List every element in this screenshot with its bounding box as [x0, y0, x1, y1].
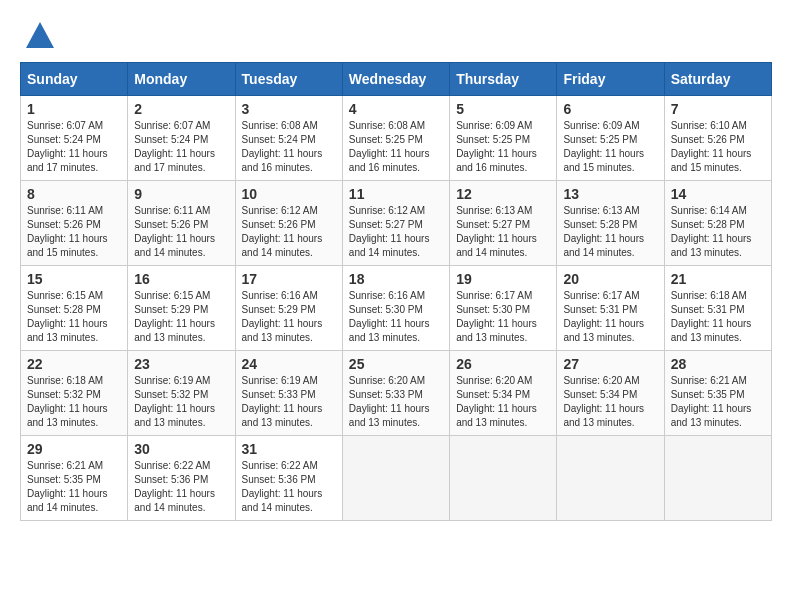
day-info: Sunrise: 6:21 AM Sunset: 5:35 PM Dayligh… [671, 374, 765, 430]
day-number: 8 [27, 186, 121, 202]
calendar-week-row: 22 Sunrise: 6:18 AM Sunset: 5:32 PM Dayl… [21, 351, 772, 436]
day-number: 17 [242, 271, 336, 287]
day-number: 21 [671, 271, 765, 287]
day-info: Sunrise: 6:16 AM Sunset: 5:30 PM Dayligh… [349, 289, 443, 345]
day-info: Sunrise: 6:08 AM Sunset: 5:24 PM Dayligh… [242, 119, 336, 175]
day-info: Sunrise: 6:09 AM Sunset: 5:25 PM Dayligh… [456, 119, 550, 175]
calendar-day-cell: 31 Sunrise: 6:22 AM Sunset: 5:36 PM Dayl… [235, 436, 342, 521]
day-number: 2 [134, 101, 228, 117]
day-number: 11 [349, 186, 443, 202]
day-number: 30 [134, 441, 228, 457]
calendar-day-cell: 1 Sunrise: 6:07 AM Sunset: 5:24 PM Dayli… [21, 96, 128, 181]
calendar-day-cell [450, 436, 557, 521]
day-info: Sunrise: 6:13 AM Sunset: 5:28 PM Dayligh… [563, 204, 657, 260]
day-number: 23 [134, 356, 228, 372]
calendar-day-cell: 18 Sunrise: 6:16 AM Sunset: 5:30 PM Dayl… [342, 266, 449, 351]
calendar-day-cell: 2 Sunrise: 6:07 AM Sunset: 5:24 PM Dayli… [128, 96, 235, 181]
calendar-day-cell: 3 Sunrise: 6:08 AM Sunset: 5:24 PM Dayli… [235, 96, 342, 181]
day-number: 6 [563, 101, 657, 117]
day-number: 15 [27, 271, 121, 287]
day-number: 19 [456, 271, 550, 287]
day-info: Sunrise: 6:22 AM Sunset: 5:36 PM Dayligh… [242, 459, 336, 515]
day-number: 1 [27, 101, 121, 117]
day-number: 14 [671, 186, 765, 202]
day-number: 18 [349, 271, 443, 287]
day-number: 27 [563, 356, 657, 372]
calendar-day-cell [557, 436, 664, 521]
day-number: 16 [134, 271, 228, 287]
day-number: 31 [242, 441, 336, 457]
day-of-week-header: Saturday [664, 63, 771, 96]
day-info: Sunrise: 6:22 AM Sunset: 5:36 PM Dayligh… [134, 459, 228, 515]
day-info: Sunrise: 6:20 AM Sunset: 5:34 PM Dayligh… [456, 374, 550, 430]
day-number: 24 [242, 356, 336, 372]
day-info: Sunrise: 6:15 AM Sunset: 5:28 PM Dayligh… [27, 289, 121, 345]
day-number: 20 [563, 271, 657, 287]
day-of-week-header: Monday [128, 63, 235, 96]
calendar-table: SundayMondayTuesdayWednesdayThursdayFrid… [20, 62, 772, 521]
day-info: Sunrise: 6:12 AM Sunset: 5:27 PM Dayligh… [349, 204, 443, 260]
day-info: Sunrise: 6:19 AM Sunset: 5:33 PM Dayligh… [242, 374, 336, 430]
day-number: 3 [242, 101, 336, 117]
calendar-day-cell: 30 Sunrise: 6:22 AM Sunset: 5:36 PM Dayl… [128, 436, 235, 521]
calendar-week-row: 29 Sunrise: 6:21 AM Sunset: 5:35 PM Dayl… [21, 436, 772, 521]
day-of-week-header: Friday [557, 63, 664, 96]
day-info: Sunrise: 6:17 AM Sunset: 5:30 PM Dayligh… [456, 289, 550, 345]
calendar-day-cell: 4 Sunrise: 6:08 AM Sunset: 5:25 PM Dayli… [342, 96, 449, 181]
calendar-day-cell: 20 Sunrise: 6:17 AM Sunset: 5:31 PM Dayl… [557, 266, 664, 351]
calendar-day-cell: 12 Sunrise: 6:13 AM Sunset: 5:27 PM Dayl… [450, 181, 557, 266]
day-of-week-header: Sunday [21, 63, 128, 96]
page-header [20, 20, 772, 52]
day-of-week-header: Wednesday [342, 63, 449, 96]
day-info: Sunrise: 6:18 AM Sunset: 5:32 PM Dayligh… [27, 374, 121, 430]
day-info: Sunrise: 6:07 AM Sunset: 5:24 PM Dayligh… [134, 119, 228, 175]
day-info: Sunrise: 6:17 AM Sunset: 5:31 PM Dayligh… [563, 289, 657, 345]
calendar-day-cell: 5 Sunrise: 6:09 AM Sunset: 5:25 PM Dayli… [450, 96, 557, 181]
day-info: Sunrise: 6:09 AM Sunset: 5:25 PM Dayligh… [563, 119, 657, 175]
day-info: Sunrise: 6:08 AM Sunset: 5:25 PM Dayligh… [349, 119, 443, 175]
calendar-day-cell: 28 Sunrise: 6:21 AM Sunset: 5:35 PM Dayl… [664, 351, 771, 436]
day-info: Sunrise: 6:15 AM Sunset: 5:29 PM Dayligh… [134, 289, 228, 345]
day-info: Sunrise: 6:07 AM Sunset: 5:24 PM Dayligh… [27, 119, 121, 175]
day-number: 26 [456, 356, 550, 372]
day-number: 5 [456, 101, 550, 117]
day-number: 12 [456, 186, 550, 202]
day-number: 10 [242, 186, 336, 202]
calendar-day-cell [342, 436, 449, 521]
calendar-day-cell: 9 Sunrise: 6:11 AM Sunset: 5:26 PM Dayli… [128, 181, 235, 266]
calendar-day-cell [664, 436, 771, 521]
calendar-day-cell: 24 Sunrise: 6:19 AM Sunset: 5:33 PM Dayl… [235, 351, 342, 436]
day-of-week-header: Tuesday [235, 63, 342, 96]
calendar-day-cell: 14 Sunrise: 6:14 AM Sunset: 5:28 PM Dayl… [664, 181, 771, 266]
day-info: Sunrise: 6:13 AM Sunset: 5:27 PM Dayligh… [456, 204, 550, 260]
calendar-week-row: 1 Sunrise: 6:07 AM Sunset: 5:24 PM Dayli… [21, 96, 772, 181]
logo [20, 20, 56, 52]
calendar-day-cell: 26 Sunrise: 6:20 AM Sunset: 5:34 PM Dayl… [450, 351, 557, 436]
day-number: 22 [27, 356, 121, 372]
day-info: Sunrise: 6:14 AM Sunset: 5:28 PM Dayligh… [671, 204, 765, 260]
day-info: Sunrise: 6:16 AM Sunset: 5:29 PM Dayligh… [242, 289, 336, 345]
day-of-week-header: Thursday [450, 63, 557, 96]
calendar-day-cell: 22 Sunrise: 6:18 AM Sunset: 5:32 PM Dayl… [21, 351, 128, 436]
calendar-week-row: 8 Sunrise: 6:11 AM Sunset: 5:26 PM Dayli… [21, 181, 772, 266]
logo-icon [24, 20, 56, 52]
day-info: Sunrise: 6:11 AM Sunset: 5:26 PM Dayligh… [134, 204, 228, 260]
calendar-day-cell: 15 Sunrise: 6:15 AM Sunset: 5:28 PM Dayl… [21, 266, 128, 351]
calendar-day-cell: 6 Sunrise: 6:09 AM Sunset: 5:25 PM Dayli… [557, 96, 664, 181]
calendar-day-cell: 13 Sunrise: 6:13 AM Sunset: 5:28 PM Dayl… [557, 181, 664, 266]
day-number: 25 [349, 356, 443, 372]
day-info: Sunrise: 6:20 AM Sunset: 5:33 PM Dayligh… [349, 374, 443, 430]
day-info: Sunrise: 6:20 AM Sunset: 5:34 PM Dayligh… [563, 374, 657, 430]
calendar-day-cell: 10 Sunrise: 6:12 AM Sunset: 5:26 PM Dayl… [235, 181, 342, 266]
day-info: Sunrise: 6:21 AM Sunset: 5:35 PM Dayligh… [27, 459, 121, 515]
day-info: Sunrise: 6:12 AM Sunset: 5:26 PM Dayligh… [242, 204, 336, 260]
day-number: 9 [134, 186, 228, 202]
calendar-day-cell: 19 Sunrise: 6:17 AM Sunset: 5:30 PM Dayl… [450, 266, 557, 351]
day-number: 29 [27, 441, 121, 457]
calendar-day-cell: 29 Sunrise: 6:21 AM Sunset: 5:35 PM Dayl… [21, 436, 128, 521]
svg-marker-0 [26, 22, 54, 48]
calendar-day-cell: 16 Sunrise: 6:15 AM Sunset: 5:29 PM Dayl… [128, 266, 235, 351]
calendar-day-cell: 23 Sunrise: 6:19 AM Sunset: 5:32 PM Dayl… [128, 351, 235, 436]
calendar-day-cell: 21 Sunrise: 6:18 AM Sunset: 5:31 PM Dayl… [664, 266, 771, 351]
day-info: Sunrise: 6:19 AM Sunset: 5:32 PM Dayligh… [134, 374, 228, 430]
